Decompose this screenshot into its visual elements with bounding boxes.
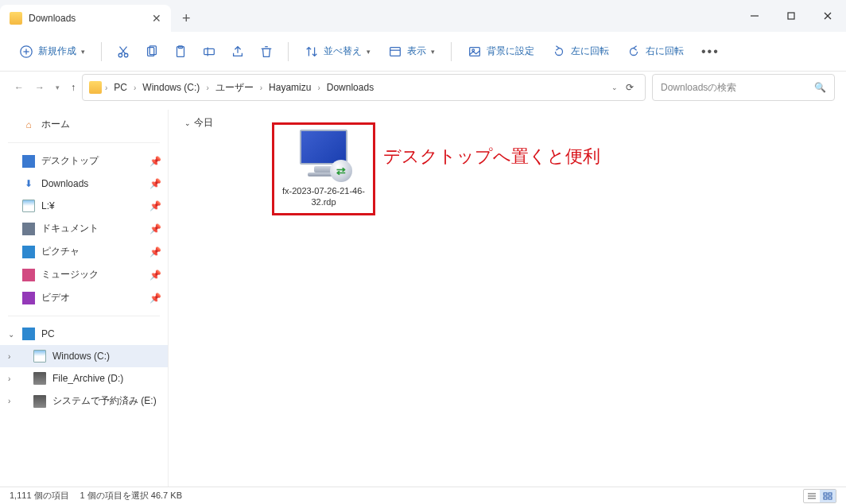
paste-icon [173,45,188,59]
new-button[interactable]: 新規作成 ▾ [13,40,91,64]
view-toggle [803,489,836,503]
back-button[interactable]: ← [14,82,24,93]
sidebar-item-documents[interactable]: ドキュメント📌 [0,217,168,240]
chevron-down-icon: ▾ [431,48,435,56]
download-icon: ⬇ [22,177,35,190]
close-button[interactable] [809,0,846,32]
chevron-down-icon[interactable]: ⌄ [8,330,14,339]
more-button[interactable]: ••• [695,45,726,59]
icons-view-button[interactable] [820,490,836,502]
svg-rect-19 [390,47,401,56]
item-count: 1,111 個の項目 [10,490,69,502]
chevron-right-icon: › [105,83,107,92]
breadcrumb[interactable]: ユーザー [212,79,257,96]
breadcrumb[interactable]: PC [111,80,130,95]
tab-close-icon[interactable]: ✕ [152,12,161,25]
setbg-label: 背景に設定 [487,45,534,58]
view-icon [388,45,402,59]
chevron-right-icon: › [206,83,208,92]
group-label: 今日 [194,116,213,130]
drive-icon [33,350,46,362]
svg-point-22 [472,48,475,51]
trash-icon [259,45,274,59]
forward-button[interactable]: → [35,82,45,93]
folder-icon [89,81,102,94]
sidebar-item-desktop[interactable]: デスクトップ📌 [0,149,168,173]
rotate-right-button[interactable]: 右に回転 [620,40,690,64]
copy-icon [145,45,159,59]
sort-label: 並べ替え [324,45,362,58]
breadcrumb[interactable]: Hayamizu [266,80,314,95]
hdd-icon [33,395,46,408]
history-chevron-icon[interactable]: ▾ [56,83,60,91]
titlebar: Downloads ✕ + [0,0,846,32]
sidebar-item-pc[interactable]: ⌄PC [0,323,168,345]
sort-icon [305,45,319,59]
pin-icon: 📌 [149,246,161,258]
share-icon [231,45,245,59]
chevron-right-icon[interactable]: › [8,374,10,383]
sidebar-item-label: システムで予約済み (E:) [52,394,157,408]
delete-button[interactable] [254,40,278,64]
rename-button[interactable] [197,40,221,64]
sidebar: ⌂ ホーム デスクトップ📌 ⬇Downloads📌 L:¥📌 ドキュメント📌 ピ… [0,110,169,487]
chevron-right-icon: › [134,83,136,92]
minimize-button[interactable] [736,0,773,32]
set-background-button[interactable]: 背景に設定 [461,40,541,64]
tab-title: Downloads [29,13,146,24]
file-item-rdp[interactable]: ⇄ fx-2023-07-26-21-46-32.rdp [272,122,375,215]
maximize-button[interactable] [773,0,809,32]
sidebar-item-videos[interactable]: ビデオ📌 [0,286,168,309]
chevron-right-icon[interactable]: › [8,397,10,405]
sidebar-item-edrive[interactable]: ›システムで予約済み (E:) [0,390,168,413]
chevron-down-icon[interactable]: ⌄ [611,83,618,91]
refresh-button[interactable]: ⟳ [621,82,638,93]
sidebar-item-ddrive[interactable]: ›File_Archive (D:) [0,367,168,390]
group-header[interactable]: ⌄ 今日 [184,116,213,130]
sidebar-item-downloads[interactable]: ⬇Downloads📌 [0,173,168,195]
cut-button[interactable] [111,40,135,64]
breadcrumb[interactable]: Windows (C:) [139,80,203,95]
plus-circle-icon [19,45,33,59]
sidebar-item-music[interactable]: ミュージック📌 [0,263,168,286]
view-label: 表示 [407,45,426,58]
toolbar: 新規作成 ▾ 並べ替え ▾ 表示 ▾ 背景に設定 左に回転 右に回転 ••• [0,32,846,72]
breadcrumb[interactable]: Downloads [324,80,377,95]
up-button[interactable]: ↑ [71,82,76,93]
sidebar-item-pictures[interactable]: ピクチャ📌 [0,240,168,263]
sidebar-item-label: デスクトップ [41,154,99,168]
window-controls [736,0,846,32]
desktop-icon [22,155,35,168]
paste-button[interactable] [169,40,192,64]
file-name: fx-2023-07-26-21-46-32.rdp [279,185,368,208]
rotate-left-button[interactable]: 左に回転 [545,40,615,64]
view-button[interactable]: 表示 ▾ [382,40,441,64]
sort-button[interactable]: 並べ替え ▾ [298,40,377,64]
sidebar-item-ldrive[interactable]: L:¥📌 [0,195,168,217]
rename-icon [202,45,216,59]
new-tab-button[interactable]: + [171,5,202,32]
chevron-right-icon: › [317,83,320,92]
search-input[interactable]: Downloadsの検索 🔍 [652,74,835,101]
pictures-icon [22,246,35,258]
folder-icon [10,12,22,25]
sidebar-item-cdrive[interactable]: ›Windows (C:) [0,345,168,367]
sidebar-item-home[interactable]: ⌂ ホーム [0,113,168,136]
drive-icon [22,200,35,212]
sidebar-item-label: ドキュメント [41,222,99,235]
pin-icon: 📌 [149,269,161,281]
share-button[interactable] [226,40,250,64]
chevron-right-icon: › [260,83,262,92]
svg-rect-26 [824,493,827,495]
chevron-right-icon[interactable]: › [8,352,10,361]
address-bar[interactable]: › PC › Windows (C:) › ユーザー › Hayamizu › … [82,74,646,101]
details-view-button[interactable] [804,490,820,502]
home-icon: ⌂ [22,118,35,131]
svg-rect-29 [829,497,832,499]
rotleft-label: 左に回転 [571,45,609,58]
chevron-down-icon: ▾ [81,48,85,56]
content-pane[interactable]: ⌄ 今日 ⇄ fx-2023-07-26-21-46-32.rdp デスクトップ… [169,110,846,487]
chevron-down-icon: ⌄ [184,119,191,127]
copy-button[interactable] [140,40,164,64]
window-tab[interactable]: Downloads ✕ [0,5,171,32]
